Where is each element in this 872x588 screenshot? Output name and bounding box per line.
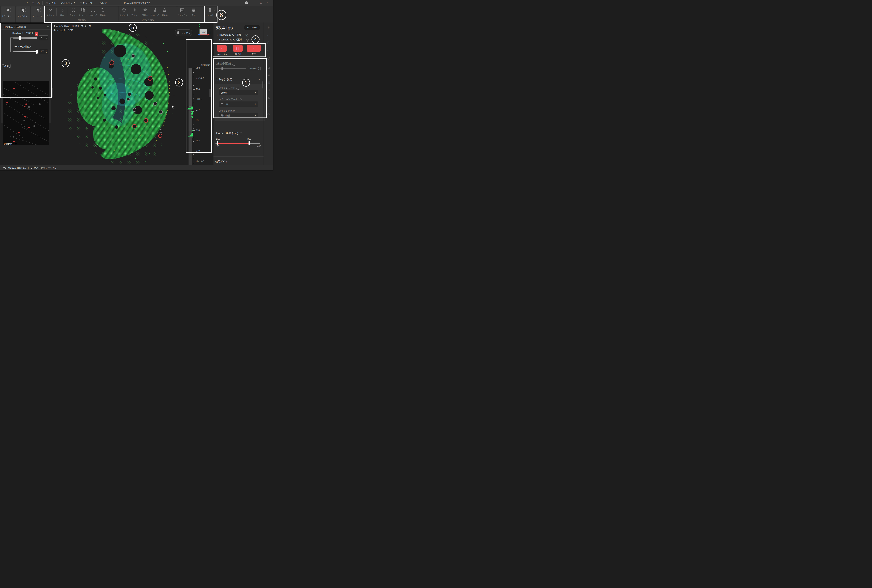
range-active-segment [218,143,249,144]
export-caret-icon: ⌄ [214,9,216,12]
ruler-tick [193,120,194,120]
toolbar-button-tracking-scan[interactable]: トラッキン･･･ [1,6,15,22]
menu-item-2[interactable]: アクセサリー [80,2,95,5]
eraser-icon[interactable]: ▰ [266,72,272,78]
settings-sliders-icon[interactable] [244,1,249,5]
range-handle-high[interactable] [249,141,250,145]
toolbar-button-magic-wand[interactable]: 1クリック… [46,6,56,16]
manual-mode-badge[interactable]: M [35,32,38,36]
trackit-button[interactable]: ⇤ Trackit [244,25,260,30]
auto-exposure-toggle[interactable]: Auto [3,64,11,68]
user-guide-link[interactable]: 使用ガイド [215,160,228,163]
point-cloud-render[interactable] [52,22,187,165]
toolbar-button-overlap[interactable]: オーバー… [78,6,88,16]
spin-up-icon[interactable]: ▲ [46,36,47,38]
stamp-icon[interactable]: ♟ [266,95,272,100]
menu-item-1[interactable]: ディスプレイ [60,2,75,5]
done-scan-label: 完了 [252,53,256,56]
toolbar-divider [68,8,68,16]
exposure-spinbox[interactable]: 2 ▲ ▼ [39,35,48,40]
toolbar-button-isolated-faces[interactable]: アイソ… [131,6,140,16]
histogram-bar [192,138,193,138]
restore-button[interactable]: ❐ [259,1,263,5]
duplicate-icon[interactable]: ⧉ [266,88,272,93]
chevron-down-icon[interactable]: ⌄ [259,78,261,80]
toolbar-button-multi-position[interactable]: マルチポジ… [16,6,30,22]
scale-label-7: 遠い [196,139,200,142]
toolbar-button-simplify[interactable]: 簡略化 [98,6,108,16]
axis-gizmo[interactable]: FRONT Z X [197,24,211,38]
histogram-bar [191,132,193,132]
scale-zone-1 [189,89,192,110]
laser-slider-handle[interactable] [36,50,38,54]
gpu-status: GPUアクセラレーション [31,166,57,170]
info-icon[interactable]: i [239,99,242,101]
open-project-icon[interactable]: 🗀 [37,1,41,5]
popout-icon[interactable]: ⧉ [47,25,49,28]
scan-distance-range-slider[interactable]: 210350200400 [215,138,260,148]
scale-label-3: ベスト [196,98,202,100]
info-icon[interactable]: i [246,39,249,42]
menu-item-0[interactable]: ファイル [46,2,56,5]
laser-spinbox[interactable]: 255 ▲ ▼ [39,49,48,54]
info-icon: i [233,63,235,66]
disc-select-icon[interactable]: ◎ [266,56,272,61]
toolbar-button-mesh[interactable]: メッシュ化 [119,6,129,16]
spin-down-icon[interactable]: ▼ [46,38,47,39]
select-cursor-icon[interactable]: ➤ [266,24,272,31]
close-button[interactable]: ✕ [265,1,270,5]
export-button[interactable]: エクスポ… ⌄ [205,6,216,21]
exposure-value: 2 [41,36,42,39]
info-icon[interactable]: i [237,87,239,90]
info-icon[interactable]: i [240,132,242,135]
scale-label-8: 370 [196,149,200,152]
cancel-scan-button[interactable]: ✕ [217,45,227,52]
info-icon[interactable]: i [245,34,248,37]
panel-expand-handle[interactable]: › [209,89,212,97]
pause-scan-button[interactable]: ❙❙ [233,45,243,52]
panel-collapse-handle[interactable]: ‹ [51,88,53,97]
rect-select-icon[interactable]: ▭ [266,33,272,38]
color-mode-icon [176,31,180,35]
plane-cut-icon[interactable]: ◢ [266,64,272,70]
toolbar-button-isolated-points[interactable]: アイソ… [69,6,78,16]
delete-tray-icon[interactable]: ⊟ [266,80,272,85]
setting-dropdown-1[interactable]: マーカー▼ [219,102,258,106]
panel-scrollbar[interactable] [263,81,263,88]
done-scan-button[interactable]: ✓ [247,45,261,52]
laser-slider[interactable] [12,51,38,52]
ellipse-select-icon[interactable]: ⬭ [266,48,272,53]
redo-icon[interactable]: ↷ [266,112,272,117]
exposure-slider[interactable] [12,38,38,39]
range-handle-low[interactable] [217,141,218,145]
cancel-scan-label: キャンセル [217,53,228,56]
setting-dropdown-2[interactable]: 黒い物体▼ [219,113,258,118]
undo-icon[interactable]: ↶ [266,104,272,110]
toolbar-button-simplify-mesh[interactable]: 簡略化 [160,6,170,16]
histogram-bar [192,130,193,130]
home-icon[interactable]: ⌂ [26,1,29,5]
range-track[interactable] [215,143,260,144]
exposure-slider-handle[interactable] [19,36,21,40]
setting-dropdown-0[interactable]: 交差線▼ [219,90,258,95]
polygon-select-icon[interactable]: ⬡ [266,40,272,45]
toolbar-button-smooth-mesh[interactable]: スムーズ [150,6,160,16]
toolbar-button-fuse-points[interactable]: 融合 [57,6,67,16]
monochrome-toggle-button[interactable]: モノクロ [174,30,192,36]
toolbar-button-merge[interactable]: 合成 [189,6,198,16]
chevron-down-icon: ▼ [254,102,256,106]
multi-position-icon [21,8,26,14]
minimize-button[interactable]: — [252,1,257,5]
scan-mode-buttons: トラッキン･･･マルチポジ…マーカース… [1,6,46,21]
scale-label-1: 近すぎる [196,77,204,80]
toolbar-button-marker-scan[interactable]: マーカース… [31,6,45,22]
spin-down-icon[interactable]: ▼ [46,52,47,53]
toolbar-button-label: スムーズ [151,14,159,16]
toolbar-button-smooth[interactable]: スムーズ [88,6,98,16]
toolbar-divider [129,8,130,16]
spin-up-icon[interactable]: ▲ [46,50,47,51]
toolbar-button-fill-holes[interactable]: 穴埋め [140,6,150,16]
toolbar-button-texture[interactable]: テクスチャ [177,6,187,16]
menu-item-3[interactable]: ヘルプ [99,2,107,5]
new-project-icon[interactable]: ⊞ [31,1,35,5]
